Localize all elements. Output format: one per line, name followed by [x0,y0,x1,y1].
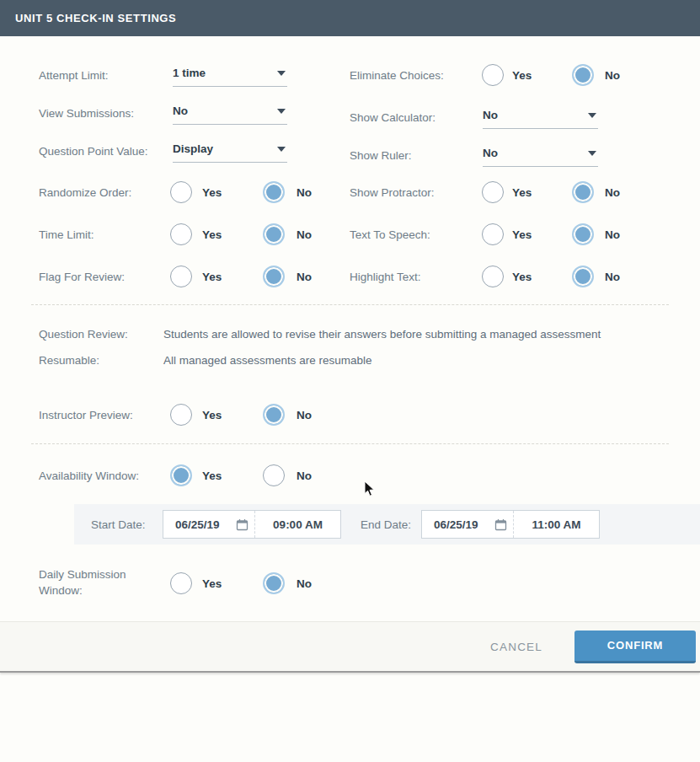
show-calculator-label: Show Calculator: [350,111,435,124]
setting-row-show-ruler: Show Ruler: No [0,142,700,169]
show-protractor-yes-label[interactable]: Yes [512,186,532,199]
availability-dates-panel: Start Date: 06/25/19 09:00 AM End Date: … [74,504,700,545]
info-row-resumable: Resumable: All managed assessments are r… [0,351,700,369]
start-datetime-field: 06/25/19 09:00 AM [163,510,341,539]
cancel-button[interactable]: CANCEL [490,641,542,653]
checkin-settings-dialog: UNIT 5 CHECK-IN SETTINGS Attempt Limit: … [0,0,700,762]
dialog-title: UNIT 5 CHECK-IN SETTINGS [15,12,176,24]
daily-submission-yes-radio[interactable] [170,572,192,594]
text-to-speech-yes-radio[interactable] [482,223,504,245]
resumable-text: All managed assessments are resumable [163,354,372,367]
daily-submission-no-label[interactable]: No [297,577,312,590]
section-divider [31,304,669,305]
start-time-input[interactable]: 09:00 AM [255,518,340,531]
chevron-down-icon [588,113,596,118]
highlight-text-yes-radio[interactable] [482,266,504,287]
text-to-speech-no-radio[interactable] [572,223,594,245]
show-protractor-yes-radio[interactable] [482,181,504,203]
highlight-text-yes-label[interactable]: Yes [512,271,532,283]
daily-submission-yes-label[interactable]: Yes [202,577,222,590]
show-ruler-label: Show Ruler: [350,149,412,162]
info-row-question-review: Question Review: Students are allowed to… [0,325,700,343]
setting-row-show-protractor: Show Protractor: Yes No [0,179,700,206]
calendar-icon[interactable] [488,518,513,531]
section-divider [31,443,669,444]
text-to-speech-yes-label[interactable]: Yes [512,228,532,241]
setting-row-eliminate-choices: Eliminate Choices: Yes No [0,62,700,89]
start-date-input[interactable]: 06/25/19 [163,518,229,531]
eliminate-choices-no-radio[interactable] [572,64,594,86]
highlight-text-no-radio[interactable] [572,266,594,287]
highlight-text-label: Highlight Text: [350,271,421,283]
confirm-button[interactable]: CONFIRM [574,631,696,663]
end-datetime-field: 06/25/19 11:00 AM [421,510,600,539]
availability-window-label: Availability Window: [39,470,139,482]
dialog-titlebar: UNIT 5 CHECK-IN SETTINGS [0,0,700,36]
setting-row-show-calculator: Show Calculator: No [0,104,700,131]
instructor-preview-yes-label[interactable]: Yes [202,409,222,421]
setting-row-highlight-text: Highlight Text: Yes No [0,263,700,290]
availability-window-no-label[interactable]: No [297,470,312,482]
dialog-footer: CANCEL CONFIRM [0,621,700,673]
end-date-input[interactable]: 06/25/19 [422,518,488,531]
show-ruler-dropdown[interactable]: No [483,143,598,167]
text-to-speech-label: Text To Speech: [350,228,430,241]
eliminate-choices-yes-radio[interactable] [482,64,504,86]
availability-window-yes-radio[interactable] [170,464,192,486]
setting-row-instructor-preview: Instructor Preview: Yes No [0,401,700,428]
show-calculator-value: No [483,105,598,126]
setting-row-daily-submission-window: Daily Submission Window: Yes No [0,561,700,605]
start-date-label: Start Date: [91,518,146,531]
highlight-text-no-label[interactable]: No [605,271,620,283]
show-protractor-no-label[interactable]: No [605,186,620,199]
eliminate-choices-yes-label[interactable]: Yes [512,69,532,82]
instructor-preview-yes-radio[interactable] [170,404,192,426]
setting-row-availability-window: Availability Window: Yes No [0,462,700,489]
question-review-text: Students are allowed to revise their ans… [163,328,601,341]
availability-window-yes-label[interactable]: Yes [202,470,222,482]
setting-row-text-to-speech: Text To Speech: Yes No [0,221,700,248]
end-date-label: End Date: [361,518,411,531]
show-ruler-value: No [483,143,598,164]
show-calculator-dropdown[interactable]: No [483,105,598,129]
daily-submission-no-radio[interactable] [263,572,285,594]
end-time-input[interactable]: 11:00 AM [514,518,599,531]
availability-window-no-radio[interactable] [263,464,285,486]
instructor-preview-no-radio[interactable] [263,404,285,426]
daily-submission-window-label: Daily Submission Window: [39,566,144,598]
eliminate-choices-no-label[interactable]: No [605,69,620,82]
show-protractor-label: Show Protractor: [350,186,435,199]
show-protractor-no-radio[interactable] [572,181,594,203]
calendar-icon[interactable] [229,518,254,531]
instructor-preview-no-label[interactable]: No [297,409,312,421]
instructor-preview-label: Instructor Preview: [39,409,133,421]
text-to-speech-no-label[interactable]: No [605,228,620,241]
resumable-label: Resumable: [39,354,99,367]
question-review-label: Question Review: [39,328,128,341]
chevron-down-icon [588,151,596,156]
eliminate-choices-label: Eliminate Choices: [350,69,444,82]
